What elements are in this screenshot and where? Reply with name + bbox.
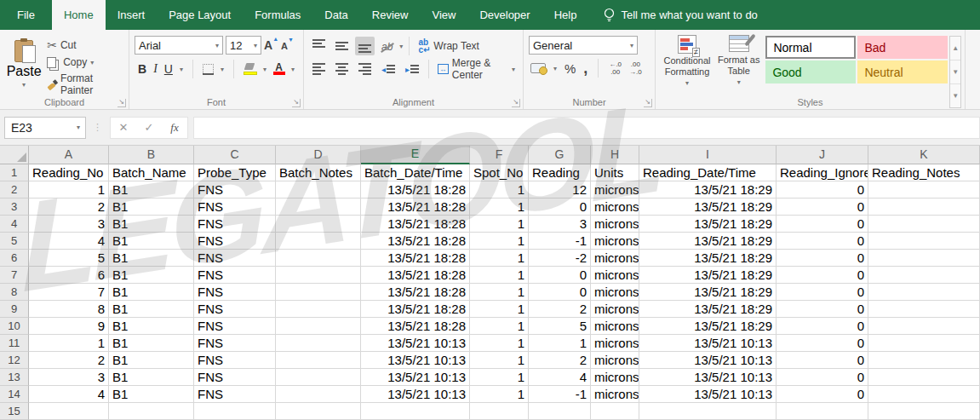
column-header-C[interactable]: C <box>194 146 276 164</box>
cell-A9[interactable]: 8 <box>29 301 109 318</box>
column-header-A[interactable]: A <box>29 146 109 164</box>
tab-data[interactable]: Data <box>312 0 359 30</box>
cell-A4[interactable]: 3 <box>29 216 109 233</box>
cell-H9[interactable]: microns <box>591 301 639 318</box>
cell-B4[interactable]: B1 <box>109 216 194 233</box>
column-header-F[interactable]: F <box>470 146 529 164</box>
cell-F14[interactable]: 1 <box>470 386 529 403</box>
cell-B8[interactable]: B1 <box>109 284 194 301</box>
cell-J9[interactable]: 0 <box>777 301 868 318</box>
cell-F2[interactable]: 1 <box>470 181 529 198</box>
cell-J11[interactable]: 0 <box>777 335 868 352</box>
cell-G6[interactable]: -2 <box>529 250 591 267</box>
cell-K5[interactable] <box>868 233 980 250</box>
cell-K3[interactable] <box>868 198 980 216</box>
cell-B1[interactable]: Batch_Name <box>109 164 194 181</box>
cell-B11[interactable]: B1 <box>109 335 194 352</box>
paste-dropdown-arrow[interactable]: ▾ <box>22 81 26 89</box>
cell-D11[interactable] <box>276 335 361 352</box>
cell-C1[interactable]: Probe_Type <box>194 164 276 181</box>
format-painter-button[interactable]: Format Painter <box>44 72 125 97</box>
cell-K1[interactable]: Reading_Notes <box>868 164 980 181</box>
percent-style-button[interactable]: % <box>565 61 576 76</box>
cell-J15[interactable] <box>777 403 868 420</box>
borders-icon[interactable] <box>203 64 214 75</box>
cell-J10[interactable]: 0 <box>777 318 868 335</box>
cell-C4[interactable]: FNS <box>194 216 276 233</box>
cell-G2[interactable]: 12 <box>529 181 591 198</box>
tab-file[interactable]: File <box>0 0 52 30</box>
cell-I3[interactable]: 13/5/21 18:29 <box>639 198 777 216</box>
cell-G11[interactable]: 1 <box>529 335 591 352</box>
tab-insert[interactable]: Insert <box>106 0 158 30</box>
cell-H13[interactable]: microns <box>591 369 639 386</box>
cell-C8[interactable]: FNS <box>194 284 276 301</box>
cell-I1[interactable]: Reading_Date/Time <box>639 164 777 181</box>
cell-G1[interactable]: Reading <box>529 164 591 181</box>
underline-dropdown-arrow[interactable]: ▾ <box>180 66 183 73</box>
cell-J4[interactable]: 0 <box>777 216 868 233</box>
cell-C3[interactable]: FNS <box>194 198 276 216</box>
cell-D3[interactable] <box>276 198 361 216</box>
decrease-decimal-button[interactable]: .00 →.0 <box>629 60 642 76</box>
cell-F11[interactable]: 1 <box>470 335 529 352</box>
column-header-G[interactable]: G <box>529 146 591 164</box>
cell-E7[interactable]: 13/5/21 18:28 <box>361 267 470 284</box>
cell-K13[interactable] <box>868 369 980 386</box>
cell-F5[interactable]: 1 <box>470 233 529 250</box>
cell-E2[interactable]: 13/5/21 18:28 <box>361 181 470 198</box>
decrease-indent-button[interactable]: ◂ <box>378 62 398 77</box>
cell-A13[interactable]: 3 <box>29 369 109 386</box>
tab-review[interactable]: Review <box>360 0 421 30</box>
cell-C6[interactable]: FNS <box>194 250 276 267</box>
cell-F1[interactable]: Spot_No <box>470 164 529 181</box>
cell-K15[interactable] <box>868 403 980 420</box>
font-color-icon[interactable]: A <box>273 63 284 75</box>
row-header-7[interactable]: 7 <box>0 267 29 284</box>
cell-B13[interactable]: B1 <box>109 369 194 386</box>
cell-I6[interactable]: 13/5/21 18:29 <box>639 250 777 267</box>
cell-H6[interactable]: microns <box>591 250 639 267</box>
cell-B14[interactable]: B1 <box>109 386 194 403</box>
cell-style-good[interactable]: Good <box>765 60 856 83</box>
cell-F3[interactable]: 1 <box>470 198 529 216</box>
cell-K10[interactable] <box>868 318 980 335</box>
cell-K6[interactable] <box>868 250 980 267</box>
cell-I2[interactable]: 13/5/21 18:29 <box>639 181 777 198</box>
decrease-font-size-button[interactable]: A▼ <box>281 40 294 51</box>
cell-J6[interactable]: 0 <box>777 250 868 267</box>
row-header-3[interactable]: 3 <box>0 198 29 216</box>
format-as-table-button[interactable]: Format as Table ▾ <box>715 33 762 88</box>
cell-I11[interactable]: 13/5/21 10:13 <box>639 335 777 352</box>
cell-E12[interactable]: 13/5/21 10:13 <box>361 352 470 369</box>
cell-E15[interactable] <box>361 403 470 420</box>
conditional-formatting-button[interactable]: ≠ Conditional Formatting ▾ <box>659 33 715 89</box>
cell-J3[interactable]: 0 <box>777 198 868 216</box>
cell-K4[interactable] <box>868 216 980 233</box>
cell-G7[interactable]: 0 <box>529 267 591 284</box>
cancel-icon[interactable]: ✕ <box>111 121 136 134</box>
align-center-button[interactable] <box>332 60 352 78</box>
cell-style-neutral[interactable]: Neutral <box>857 60 948 83</box>
cell-I12[interactable]: 13/5/21 10:13 <box>639 352 777 369</box>
column-header-B[interactable]: B <box>109 146 194 164</box>
alignment-dialog-launcher-icon[interactable]: ↘ <box>512 99 520 107</box>
cell-H15[interactable] <box>591 403 639 420</box>
tab-home[interactable]: Home <box>52 0 106 30</box>
wrap-text-button[interactable]: abc↵ Wrap Text <box>415 37 482 55</box>
cut-button[interactable]: ✂ Cut <box>44 37 125 53</box>
cell-J13[interactable]: 0 <box>777 369 868 386</box>
cell-F12[interactable]: 1 <box>470 352 529 369</box>
cell-style-bad[interactable]: Bad <box>857 36 948 59</box>
cell-H8[interactable]: microns <box>591 284 639 301</box>
bottom-align-button[interactable] <box>355 37 375 55</box>
cell-H12[interactable]: microns <box>591 352 639 369</box>
cell-I15[interactable] <box>639 403 777 420</box>
cell-A15[interactable] <box>29 403 109 420</box>
comma-style-button[interactable]: , <box>583 64 587 72</box>
cell-A14[interactable]: 4 <box>29 386 109 403</box>
cell-D12[interactable] <box>276 352 361 369</box>
cell-A2[interactable]: 1 <box>29 181 109 198</box>
row-header-9[interactable]: 9 <box>0 301 29 318</box>
cell-C7[interactable]: FNS <box>194 267 276 284</box>
